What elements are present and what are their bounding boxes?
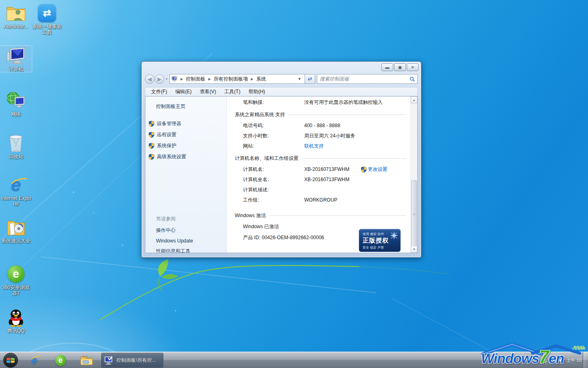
desktop-icon-network[interactable]: 网络 <box>0 91 32 117</box>
show-desktop-button[interactable] <box>583 352 588 368</box>
sidebar-advanced-settings[interactable]: 高级系统设置 <box>145 151 226 162</box>
menu-file[interactable]: 文件(F) <box>148 88 170 96</box>
genuine-software-badge[interactable]: 使用 微软 软件 正版授权 安全 稳定 声誉 <box>359 229 401 252</box>
sidebar-task-label: 设备管理器 <box>157 120 181 127</box>
system-properties-window: ▬ ▣ ✕ ◀ ▶ ▼ ▶ 控制面板 ▶ 所有控制面板项 ▶ 系统 <box>141 61 421 258</box>
sidebar-device-manager[interactable]: 设备管理器 <box>145 118 226 129</box>
description-label: 计算机描述: <box>243 186 304 193</box>
refresh-button[interactable]: ⇄ <box>305 74 315 84</box>
sidebar-remote-settings[interactable]: 远程设置 <box>145 129 226 140</box>
volume-tray-icon[interactable] <box>558 358 564 363</box>
network-tray-icon[interactable] <box>550 358 555 363</box>
crumb-all-items[interactable]: 所有控制面板项 <box>214 76 248 83</box>
desktop-icon-recycle-bin[interactable]: 回收站 <box>0 133 32 159</box>
desktop-icon-internet-explorer[interactable]: e Internet Explorer <box>0 175 32 207</box>
workgroup-value: WORKGROUP <box>304 197 337 203</box>
breadcrumb[interactable]: ▶ 控制面板 ▶ 所有控制面板项 ▶ 系统 ▼ <box>169 74 305 84</box>
desktop-icon-administrator[interactable]: Administr... <box>0 3 32 29</box>
desktop-icon-reinstall-tool[interactable]: ⇄ 系统一键重装工具 <box>31 3 63 35</box>
genuine-star-icon <box>390 231 398 240</box>
change-settings[interactable]: 更改设置 <box>361 166 388 173</box>
taskbar-ie-icon[interactable]: e <box>25 353 43 367</box>
minimize-button[interactable]: ▬ <box>381 63 393 71</box>
activation-section-header: Windows 激活 <box>235 212 406 219</box>
start-button[interactable] <box>3 353 18 368</box>
360-browser-icon: e <box>6 264 26 284</box>
vertical-scrollbar[interactable]: ▲ ▼ <box>410 96 417 253</box>
folder-disc-icon <box>6 218 26 237</box>
sidebar-system-protection[interactable]: 系统保护 <box>145 140 226 151</box>
icon-label: Internet Explorer <box>0 195 32 207</box>
icon-label: 回收站 <box>0 154 32 159</box>
taskbar-task-control-panel[interactable]: 控制面板\所有控... <box>101 353 163 368</box>
crumb-separator-icon: ▶ <box>208 77 211 81</box>
address-bar: ◀ ▶ ▼ ▶ 控制面板 ▶ 所有控制面板项 ▶ 系统 ▼ ⇄ <box>145 74 418 84</box>
phone-label: 电话号码: <box>243 122 304 129</box>
back-button[interactable]: ◀ <box>145 74 154 84</box>
phone-value: 400 - 888 - 8888 <box>304 122 340 129</box>
icon-label: 网络 <box>0 111 32 117</box>
menu-tools[interactable]: 工具(T) <box>221 88 243 96</box>
sidebar-control-panel-home[interactable]: 控制面板主页 <box>145 103 226 110</box>
scroll-up-icon[interactable]: ▲ <box>411 96 417 103</box>
forward-button[interactable]: ▶ <box>155 74 164 84</box>
sidebar-task-label: 高级系统设置 <box>157 153 186 160</box>
icon-label: 系统一键重装工具 <box>31 24 63 35</box>
close-button[interactable]: ✕ <box>407 63 419 71</box>
sidebar: 控制面板主页 设备管理器 远程设置 <box>145 96 227 253</box>
sidebar-windows-update[interactable]: Windows Update <box>145 236 226 246</box>
computer-icon <box>6 46 26 65</box>
menu-help[interactable]: 帮助(H) <box>245 88 269 96</box>
desktop-icon-activation-pack[interactable]: 系统激活大全 <box>0 218 32 244</box>
crumb-system[interactable]: 系统 <box>256 76 266 83</box>
recycle-bin-icon <box>6 133 26 153</box>
tray-clock[interactable]: 上午 10 <box>566 358 581 363</box>
icon-label: 360安全浏览器7 <box>0 285 32 296</box>
address-dropdown-icon[interactable]: ▼ <box>296 77 303 81</box>
scroll-down-icon[interactable]: ▼ <box>411 246 417 253</box>
online-support-link[interactable]: 联机支持 <box>304 143 324 149</box>
taskbar-360-browser-icon[interactable]: e <box>51 353 69 367</box>
taskbar: e e 控制面板\所有控... <box>0 352 588 368</box>
desktop: Administr... ⇄ 系统一键重装工具 计算机 <box>0 0 588 368</box>
recent-pages-dropdown-icon[interactable]: ▼ <box>165 77 168 81</box>
hours-value: 周日至周六 24小时服务 <box>304 132 355 139</box>
system-tray: 上午 10 <box>541 352 581 368</box>
computer-name-value: XB-20160713FWHM <box>304 166 350 173</box>
desktop-icon-tencent-qq[interactable]: 腾讯QQ <box>0 307 32 334</box>
full-name-label: 计算机全名: <box>243 176 304 183</box>
activation-zone: Windows 已激活 产品 ID: 00426-OEM-8992662-000… <box>235 223 406 253</box>
desktop-icon-360-browser[interactable]: e 360安全浏览器7 <box>0 264 32 296</box>
action-center-flag-icon[interactable] <box>541 357 547 363</box>
search-input[interactable] <box>320 76 410 82</box>
sidebar-performance-tools[interactable]: 性能信息和工具 <box>145 246 226 253</box>
search-box <box>317 74 418 84</box>
taskbar-explorer-icon[interactable] <box>78 353 96 367</box>
uac-shield-icon <box>361 166 367 173</box>
support-section-header: 系统之家精品系统 支持 <box>235 111 406 118</box>
uac-shield-icon <box>149 154 154 160</box>
pen-touch-label: 笔和触摸: <box>243 99 304 105</box>
crumb-control-panel[interactable]: 控制面板 <box>186 76 205 83</box>
crumb-separator-icon: ▶ <box>251 77 253 81</box>
menu-bar: 文件(F) 编辑(E) 查看(V) 工具(T) 帮助(H) <box>145 87 418 96</box>
maximize-button[interactable]: ▣ <box>394 63 406 71</box>
icon-label: 腾讯QQ <box>0 328 32 334</box>
menu-view[interactable]: 查看(V) <box>196 88 219 96</box>
system-window-icon <box>104 356 114 365</box>
menu-edit[interactable]: 编辑(E) <box>172 88 195 96</box>
windows-logo-icon <box>6 356 15 364</box>
scrollbar-thumb[interactable] <box>411 180 417 249</box>
change-settings-link[interactable]: 更改设置 <box>368 166 388 173</box>
pen-touch-value: 没有可用于此显示器的笔或触控输入 <box>304 99 383 105</box>
sidebar-action-center[interactable]: 操作中心 <box>145 225 226 236</box>
uac-shield-icon <box>149 121 154 127</box>
workgroup-label: 工作组: <box>243 197 304 203</box>
network-globe-icon <box>6 91 26 110</box>
search-icon[interactable] <box>410 76 415 82</box>
computer-name-section-header: 计算机名称、域和工作组设置 <box>235 155 406 162</box>
full-name-value: XB-20160713FWHM <box>304 176 350 183</box>
desktop-icon-computer[interactable]: 计算机 <box>0 46 32 72</box>
see-also-header: 另请参阅 <box>145 214 226 225</box>
sidebar-task-label: 远程设置 <box>157 131 176 138</box>
